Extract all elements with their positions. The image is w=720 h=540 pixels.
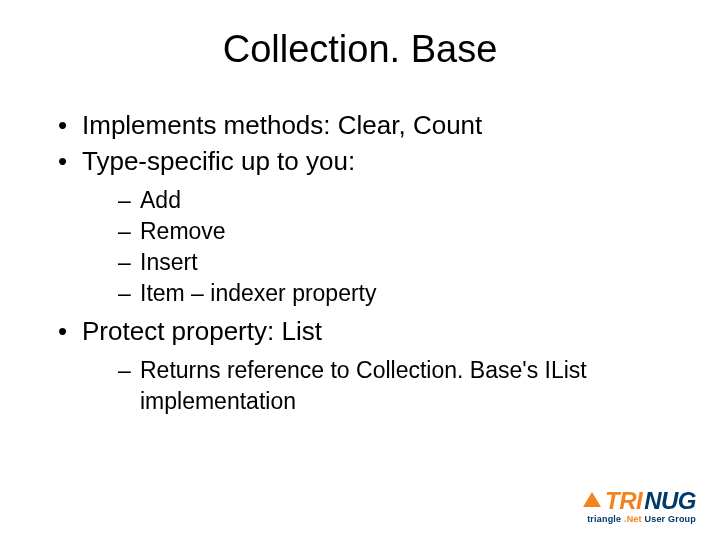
bullet-list: Implements methods: Clear, Count Type-sp… [30, 109, 690, 417]
sub-bullet-text: Returns reference to Collection. Base's … [140, 357, 587, 414]
bullet-text: Protect property: List [82, 316, 322, 346]
bullet-text: Implements methods: Clear, Count [82, 110, 482, 140]
sub-bullet-item: Add [118, 185, 690, 216]
logo-sub-pre: triangle [587, 514, 621, 524]
slide: Collection. Base Implements methods: Cle… [0, 0, 720, 540]
logo-subtitle: triangle .Net User Group [583, 515, 696, 524]
sub-bullet-text: Item – indexer property [140, 280, 377, 306]
sub-bullet-item: Returns reference to Collection. Base's … [118, 355, 690, 417]
sub-bullet-item: Insert [118, 247, 690, 278]
logo-main: TRINUG [583, 489, 696, 513]
sub-bullet-text: Insert [140, 249, 198, 275]
logo-sub-post: User Group [644, 514, 696, 524]
sub-bullet-list: Returns reference to Collection. Base's … [82, 355, 690, 417]
logo-text-nug: NUG [644, 489, 696, 513]
logo-sub-mid: .Net [621, 514, 644, 524]
triangle-icon [583, 492, 601, 507]
bullet-text: Type-specific up to you: [82, 146, 355, 176]
bullet-item: Protect property: List Returns reference… [58, 315, 690, 417]
logo-text-tri: TRI [605, 489, 642, 513]
sub-bullet-text: Remove [140, 218, 226, 244]
sub-bullet-text: Add [140, 187, 181, 213]
bullet-item: Type-specific up to you: Add Remove Inse… [58, 145, 690, 309]
sub-bullet-item: Remove [118, 216, 690, 247]
sub-bullet-item: Item – indexer property [118, 278, 690, 309]
bullet-item: Implements methods: Clear, Count [58, 109, 690, 143]
trinug-logo: TRINUG triangle .Net User Group [583, 489, 696, 524]
slide-title: Collection. Base [30, 28, 690, 71]
sub-bullet-list: Add Remove Insert Item – indexer propert… [82, 185, 690, 309]
